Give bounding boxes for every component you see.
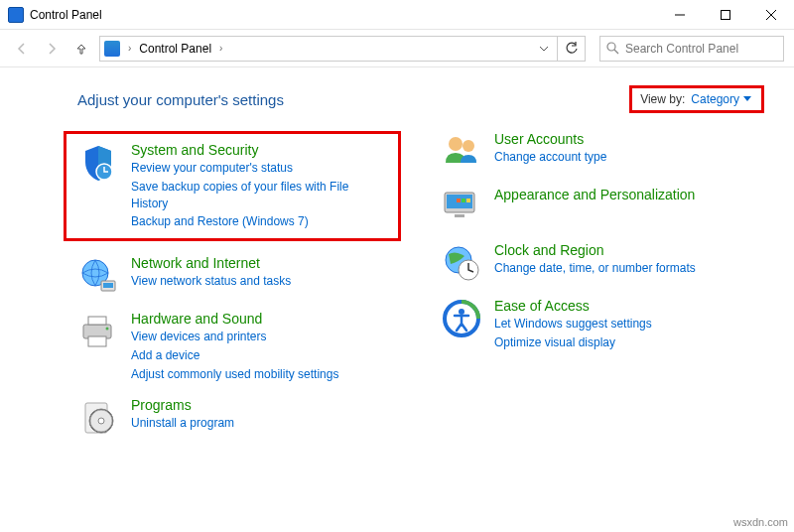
titlebar: Control Panel [0, 0, 794, 30]
search-icon [606, 42, 619, 55]
category-system-and-security: System and Security Review your computer… [64, 131, 401, 241]
svg-rect-22 [455, 214, 464, 217]
svg-rect-12 [88, 336, 106, 346]
breadcrumb[interactable]: Control Panel [139, 42, 211, 56]
task-link[interactable]: Adjust commonly used mobility settings [131, 366, 338, 383]
chevron-right-icon[interactable]: › [219, 43, 222, 54]
category-title[interactable]: Appearance and Personalization [494, 187, 695, 202]
toolbar: › Control Panel › [0, 30, 794, 67]
svg-rect-23 [457, 199, 461, 202]
category-title[interactable]: System and Security [131, 142, 388, 158]
category-hardware-and-sound: Hardware and Sound View devices and prin… [77, 311, 401, 382]
page-title: Adjust your computer's settings [77, 91, 284, 108]
task-link[interactable]: Let Windows suggest settings [494, 316, 652, 332]
category-clock-and-region: Clock and Region Change date, time, or n… [441, 242, 764, 284]
category-column-left: System and Security Review your computer… [77, 131, 401, 439]
category-title[interactable]: Network and Internet [131, 255, 291, 271]
task-link[interactable]: Optimize visual display [494, 334, 652, 351]
task-link[interactable]: Review your computer's status [131, 160, 388, 177]
task-link[interactable]: View network status and tasks [131, 273, 291, 290]
printer-icon [77, 311, 119, 352]
category-title[interactable]: Hardware and Sound [131, 311, 338, 327]
globe-network-icon [77, 255, 119, 297]
shield-icon [77, 142, 119, 184]
back-button[interactable] [10, 37, 34, 61]
svg-rect-11 [88, 317, 106, 325]
category-ease-of-access: Ease of Access Let Windows suggest setti… [441, 298, 764, 351]
category-user-accounts: User Accounts Change account type [441, 131, 764, 173]
category-programs: Programs Uninstall a program [77, 397, 401, 439]
svg-point-4 [607, 43, 615, 51]
refresh-button[interactable] [558, 36, 586, 62]
forward-button[interactable] [40, 37, 64, 61]
svg-rect-25 [466, 199, 470, 202]
svg-rect-1 [722, 10, 730, 19]
svg-point-17 [98, 418, 104, 424]
clock-globe-icon [441, 242, 482, 284]
category-title[interactable]: Ease of Access [494, 298, 652, 314]
category-title[interactable]: User Accounts [494, 131, 606, 147]
window-title: Control Panel [30, 8, 657, 22]
view-by-value: Category [691, 92, 739, 106]
maximize-button[interactable] [703, 0, 748, 29]
svg-line-5 [614, 50, 618, 54]
svg-point-29 [459, 309, 464, 315]
category-column-right: User Accounts Change account type Appear… [441, 131, 764, 439]
task-link[interactable]: Backup and Restore (Windows 7) [131, 213, 388, 230]
minimize-button[interactable] [657, 0, 703, 29]
control-panel-icon [8, 7, 24, 23]
chevron-down-icon [743, 96, 751, 102]
monitor-palette-icon [441, 187, 482, 228]
control-panel-icon [104, 41, 120, 57]
task-link[interactable]: Add a device [131, 347, 338, 364]
svg-point-18 [449, 137, 463, 151]
category-appearance-and-personalization: Appearance and Personalization [441, 187, 764, 228]
category-title[interactable]: Clock and Region [494, 242, 696, 258]
task-link[interactable]: Change account type [494, 149, 606, 166]
history-dropdown[interactable] [535, 44, 553, 54]
address-bar[interactable]: › Control Panel › [99, 36, 558, 62]
users-icon [441, 131, 482, 173]
task-link[interactable]: Save backup copies of your files with Fi… [131, 179, 388, 212]
disc-box-icon [77, 397, 119, 439]
svg-rect-24 [462, 199, 465, 202]
view-by-label: View by: [640, 92, 685, 106]
close-button[interactable] [748, 0, 794, 29]
svg-point-13 [106, 328, 109, 331]
task-link[interactable]: Uninstall a program [131, 415, 234, 432]
task-link[interactable]: Change date, time, or number formats [494, 260, 696, 277]
up-button[interactable] [69, 37, 93, 61]
content: Adjust your computer's settings View by:… [0, 67, 794, 439]
search-input[interactable] [625, 42, 777, 56]
ease-of-access-icon [441, 298, 482, 339]
view-by-selector[interactable]: View by: Category [629, 85, 764, 113]
svg-rect-9 [103, 283, 113, 288]
search-box[interactable] [599, 36, 784, 62]
category-network-and-internet: Network and Internet View network status… [77, 255, 401, 297]
watermark: wsxdn.com [733, 516, 788, 528]
chevron-right-icon[interactable]: › [128, 43, 131, 54]
category-title[interactable]: Programs [131, 397, 234, 413]
task-link[interactable]: View devices and printers [131, 329, 338, 345]
svg-point-19 [463, 140, 474, 152]
